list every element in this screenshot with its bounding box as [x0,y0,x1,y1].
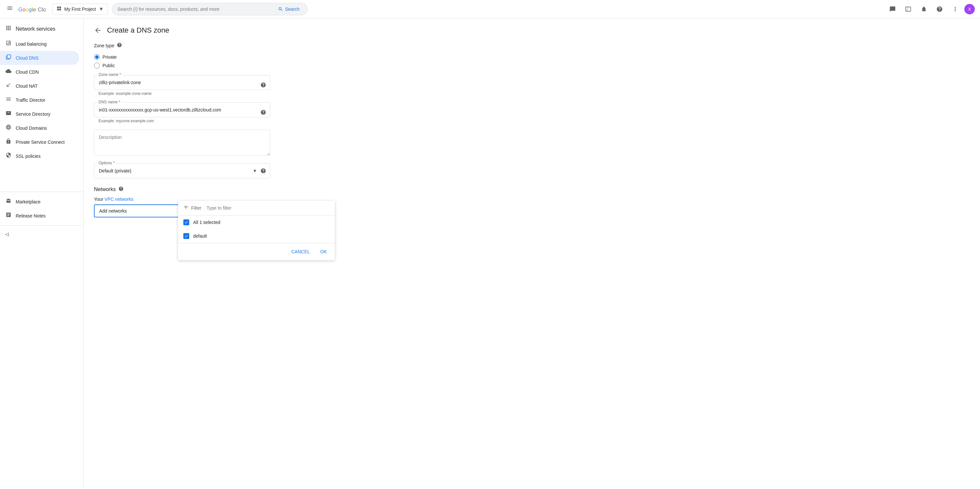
options-label: Options * [97,161,116,165]
load-balancing-icon [5,40,12,48]
cloud-nat-icon [5,82,12,90]
radio-private[interactable]: Private [94,54,270,60]
search-bar[interactable]: Search [112,3,308,15]
sidebar-item-label: Cloud Domains [16,125,47,131]
radio-public-input[interactable] [94,63,100,68]
zone-name-label: Zone name * [97,72,123,77]
dropdown-filter-row: Filter [178,201,335,216]
cloud-domains-icon [5,124,12,132]
sidebar-item-release-notes[interactable]: Release Notes [0,209,79,223]
dns-name-hint: Example: myzone.example.com [94,119,270,123]
nav-actions: X [886,3,975,16]
search-icon [278,6,283,12]
zone-type-radio-group: Private Public [94,54,270,68]
zone-name-help-icon[interactable] [260,82,266,89]
default-checkbox[interactable] [183,233,189,239]
default-network-label: default [193,233,207,239]
filter-input[interactable] [207,205,329,211]
networks-dropdown: Filter All 1 selected default CANCEL OK [178,201,335,260]
project-selector-icon [56,6,62,13]
options-help-icon[interactable] [260,168,266,175]
project-dropdown-arrow: ▼ [99,6,104,12]
sidebar-header-icon [5,25,12,33]
search-button[interactable]: Search [275,5,302,13]
zone-name-input[interactable] [94,75,270,90]
sidebar-item-ssl-policies[interactable]: SSL policies [0,149,79,163]
sidebar-item-load-balancing[interactable]: Load balancing [0,37,79,51]
hamburger-icon[interactable] [5,3,14,14]
dropdown-all-selected[interactable]: All 1 selected [178,216,335,229]
radio-private-label: Private [102,54,117,60]
networks-header: Networks [94,186,270,193]
zone-name-field: Zone name * Example: example-zone-name [94,75,270,96]
sidebar-item-marketplace[interactable]: Marketplace [0,195,79,209]
radio-public-label: Public [102,63,115,68]
main-layout: Network services Load balancing Cloud DN… [0,18,980,489]
filter-label: Filter [191,205,201,211]
sidebar-item-label: Cloud CDN [16,70,39,75]
avatar[interactable]: X [964,4,975,14]
zone-name-hint: Example: example-zone-name [94,91,270,96]
sidebar-item-label: Private Service Connect [16,140,65,145]
ssl-policies-icon [5,152,12,160]
ok-button[interactable]: OK [318,247,329,256]
description-input[interactable] [94,130,270,156]
terminal-button[interactable] [902,3,915,16]
all-selected-checkbox[interactable] [183,219,189,225]
sidebar-item-cloud-domains[interactable]: Cloud Domains [0,121,79,135]
sidebar-divider [0,192,83,192]
sidebar-item-label: SSL policies [16,154,41,159]
sidebar-header: Network services [0,21,83,37]
sidebar-item-private-service-connect[interactable]: Private Service Connect [0,135,79,149]
sidebar-item-label: Cloud DNS [16,56,38,60]
svg-text:Google: Google [18,6,36,13]
networks-help-icon[interactable] [118,186,124,193]
search-input[interactable] [118,6,275,12]
traffic-director-icon [5,96,12,104]
sidebar-collapse-button[interactable]: ◁ [0,228,79,240]
networks-title: Networks [94,186,116,192]
private-service-connect-icon [5,138,12,146]
zone-type-help-icon[interactable] [117,42,122,49]
dns-name-input[interactable] [94,102,270,117]
filter-icon [183,205,189,211]
radio-public[interactable]: Public [94,63,270,68]
release-notes-icon [5,212,12,219]
sidebar-item-label: Load balancing [16,41,47,47]
sidebar-item-label: Marketplace [16,199,40,205]
notifications-button[interactable] [886,3,899,16]
dns-name-help-icon[interactable] [260,110,266,116]
cancel-button[interactable]: CANCEL [289,247,313,256]
options-select-wrapper: Default (private) Custom ▼ [94,164,270,178]
page-title: Create a DNS zone [107,26,169,35]
svg-text:Cloud: Cloud [38,6,46,13]
sidebar-item-cloud-dns[interactable]: Cloud DNS [0,51,79,65]
options-select[interactable]: Default (private) Custom [94,164,270,178]
dns-name-field: DNS name * Example: myzone.example.com [94,102,270,123]
networks-vpc-link[interactable]: VPC networks [104,197,134,202]
main-content: Create a DNS zone Zone type Private Publ… [84,18,980,489]
sidebar-item-label: Cloud NAT [16,83,38,89]
alerts-button[interactable] [917,3,931,16]
sidebar-item-cloud-cdn[interactable]: Cloud CDN [0,65,79,79]
sidebar-item-traffic-director[interactable]: Traffic Director [0,93,79,107]
sidebar-item-cloud-nat[interactable]: Cloud NAT [0,79,79,93]
more-options-button[interactable] [949,3,962,16]
page-header: Create a DNS zone [94,26,970,35]
zone-type-label: Zone type [94,43,114,48]
project-selector[interactable]: My First Project ▼ [52,3,108,15]
project-selector-label: My First Project [64,6,96,12]
dropdown-default[interactable]: default [178,229,335,243]
sidebar-item-label: Traffic Director [16,97,45,103]
back-button[interactable] [94,26,102,34]
sidebar-item-label: Service Directory [16,111,51,117]
top-nav: Google Cloud My First Project ▼ Search [0,0,980,18]
sidebar-item-service-directory[interactable]: Service Directory [0,107,79,121]
sidebar-title: Network services [16,26,56,32]
dropdown-actions: CANCEL OK [178,243,335,260]
help-button[interactable] [933,3,946,16]
service-directory-icon [5,110,12,117]
collapse-icon: ◁ [5,232,9,237]
dns-name-label: DNS name * [97,100,122,104]
radio-private-input[interactable] [94,54,100,60]
